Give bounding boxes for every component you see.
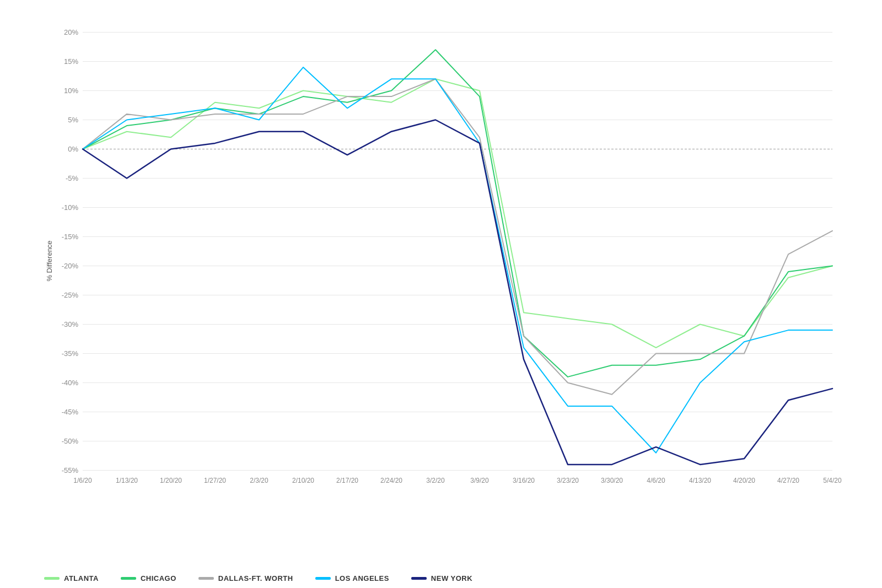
legend-label: NEW YORK [431, 574, 472, 582]
legend-item-los-angeles: LOS ANGELES [315, 574, 389, 582]
svg-text:-20%: -20% [62, 262, 79, 270]
svg-text:4/6/20: 4/6/20 [647, 477, 665, 484]
svg-text:-25%: -25% [62, 291, 79, 299]
svg-text:2/10/20: 2/10/20 [292, 477, 314, 484]
legend-item-chicago: CHICAGO [121, 574, 176, 582]
chart-area: 20%15%10%5%0%-5%-10%-15%-20%-25%-30%-35%… [44, 17, 849, 505]
svg-text:-15%: -15% [62, 233, 79, 241]
svg-text:1/20/20: 1/20/20 [160, 477, 182, 484]
svg-text:2/17/20: 2/17/20 [336, 477, 358, 484]
svg-text:0%: 0% [68, 145, 78, 153]
svg-text:20%: 20% [64, 28, 78, 36]
legend-label: LOS ANGELES [335, 574, 389, 582]
legend-color-swatch [411, 577, 427, 580]
svg-text:5%: 5% [68, 116, 78, 124]
svg-text:-55%: -55% [62, 466, 79, 474]
svg-text:1/6/20: 1/6/20 [73, 477, 92, 484]
svg-text:3/9/20: 3/9/20 [470, 477, 489, 484]
legend-color-swatch [44, 577, 60, 580]
svg-text:4/27/20: 4/27/20 [777, 477, 799, 484]
svg-text:-40%: -40% [62, 379, 79, 387]
legend-item-atlanta: ATLANTA [44, 574, 99, 582]
main-chart: 20%15%10%5%0%-5%-10%-15%-20%-25%-30%-35%… [44, 17, 849, 505]
svg-text:5/4/20: 5/4/20 [823, 477, 842, 484]
legend-color-swatch [315, 577, 331, 580]
svg-text:1/13/20: 1/13/20 [116, 477, 138, 484]
legend-color-swatch [198, 577, 214, 580]
legend-label: CHICAGO [141, 574, 176, 582]
svg-text:-45%: -45% [62, 408, 79, 416]
svg-text:-35%: -35% [62, 349, 79, 358]
legend-label: DALLAS-FT. WORTH [218, 574, 293, 582]
chart-legend: ATLANTACHICAGODALLAS-FT. WORTHLOS ANGELE… [44, 574, 849, 582]
svg-text:-50%: -50% [62, 437, 79, 445]
svg-text:3/23/20: 3/23/20 [557, 477, 579, 484]
svg-text:2/3/20: 2/3/20 [250, 477, 268, 484]
svg-text:3/16/20: 3/16/20 [513, 477, 535, 484]
svg-text:-5%: -5% [66, 174, 79, 182]
legend-item-new-york: NEW YORK [411, 574, 472, 582]
svg-text:4/13/20: 4/13/20 [689, 477, 711, 484]
legend-item-dallas-ft--worth: DALLAS-FT. WORTH [198, 574, 293, 582]
svg-text:15%: 15% [64, 57, 78, 66]
svg-text:-30%: -30% [62, 320, 79, 328]
svg-text:3/2/20: 3/2/20 [426, 477, 445, 484]
svg-text:-10%: -10% [62, 203, 79, 212]
chart-container: 20%15%10%5%0%-5%-10%-15%-20%-25%-30%-35%… [0, 0, 882, 588]
svg-text:1/27/20: 1/27/20 [204, 477, 226, 484]
svg-text:4/20/20: 4/20/20 [733, 477, 755, 484]
svg-text:10%: 10% [64, 87, 78, 95]
svg-text:3/30/20: 3/30/20 [601, 477, 623, 484]
legend-color-swatch [121, 577, 136, 580]
legend-label: ATLANTA [64, 574, 99, 582]
svg-text:2/24/20: 2/24/20 [380, 477, 402, 484]
svg-text:% Difference: % Difference [45, 240, 53, 281]
